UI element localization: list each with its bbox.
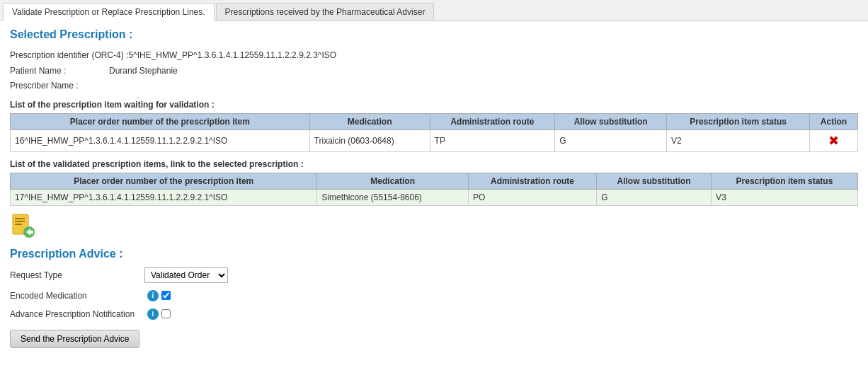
svg-rect-2 xyxy=(15,221,25,222)
encoded-medication-checkbox[interactable] xyxy=(161,291,171,300)
col-placer-validated: Placer order number of the prescription … xyxy=(11,173,317,189)
validated-list-title: List of the validated prescription items… xyxy=(10,159,858,169)
advice-section: Prescription Advice : Request Type Valid… xyxy=(10,248,858,348)
col-allow-sub-waiting: Allow substitution xyxy=(555,113,667,129)
encoded-medication-label: Encoded Medication xyxy=(10,291,144,301)
col-medication-waiting: Medication xyxy=(309,113,430,129)
allow-sub-cell: G xyxy=(597,189,712,205)
col-allow-sub-validated: Allow substitution xyxy=(597,173,712,189)
placer-cell: 17^IHE_HMW_PP^1.3.6.1.4.1.12559.11.1.2.2… xyxy=(11,189,317,205)
delete-action-icon[interactable]: ✖ xyxy=(828,134,839,148)
prescription-advice-title: Prescription Advice : xyxy=(10,248,858,260)
tabs-container: Validate Prescription or Replace Prescri… xyxy=(0,0,868,21)
advance-notification-checkbox[interactable] xyxy=(161,309,171,318)
identifier-label: Prescription identifier (ORC-4) : xyxy=(10,48,128,64)
col-status-validated: Prescription item status xyxy=(711,173,857,189)
table-row: 17^IHE_HMW_PP^1.3.6.1.4.1.12559.11.1.2.2… xyxy=(11,189,858,205)
waiting-list-table: Placer order number of the prescription … xyxy=(10,113,858,152)
col-placer-waiting: Placer order number of the prescription … xyxy=(11,113,310,129)
prescription-info: Prescription identifier (ORC-4) : 5^IHE_… xyxy=(10,48,858,94)
svg-rect-3 xyxy=(15,224,22,225)
encoded-medication-info-icon[interactable]: i xyxy=(147,290,159,301)
send-document-icon xyxy=(10,213,35,238)
col-action-waiting: Action xyxy=(810,113,858,129)
selected-prescription-title: Selected Prescription : xyxy=(10,28,858,41)
table-row: 16^IHE_HMW_PP^1.3.6.1.4.1.12559.11.1.2.2… xyxy=(11,129,858,151)
col-admin-route-waiting: Administration route xyxy=(430,113,555,129)
tab-prescriptions-received[interactable]: Prescriptions received by the Pharmaceut… xyxy=(216,3,435,21)
medication-cell: Trixaicin (0603-0648) xyxy=(309,129,430,151)
identifier-value: 5^IHE_HMW_PP^1.3.6.1.4.1.12559.11.1.2.2.… xyxy=(128,48,336,64)
request-type-row: Request Type Validated OrderPending Orde… xyxy=(10,267,858,283)
send-prescription-advice-button[interactable]: Send the Prescription Advice xyxy=(10,330,139,348)
admin-route-cell: PO xyxy=(468,189,596,205)
advance-notification-row: Advance Prescription Notification i xyxy=(10,309,858,320)
advance-notification-label: Advance Prescription Notification xyxy=(10,309,144,319)
status-cell: V3 xyxy=(711,189,857,205)
col-status-waiting: Prescription item status xyxy=(667,113,810,129)
status-cell: V2 xyxy=(667,129,810,151)
patient-label: Patient Name : xyxy=(10,64,109,79)
col-medication-validated: Medication xyxy=(317,173,469,189)
svg-rect-1 xyxy=(15,218,25,219)
validated-list-table: Placer order number of the prescription … xyxy=(10,173,858,206)
encoded-medication-row: Encoded Medication i xyxy=(10,290,858,301)
prescriber-label: Prescriber Name : xyxy=(10,79,109,94)
action-cell: ✖ xyxy=(810,129,858,151)
request-type-select[interactable]: Validated OrderPending OrderCancelled Or… xyxy=(144,267,228,283)
patient-value: Durand Stephanie xyxy=(109,64,178,79)
waiting-list-title: List of the prescription item waiting fo… xyxy=(10,100,858,110)
tab-validate[interactable]: Validate Prescription or Replace Prescri… xyxy=(3,3,215,21)
allow-sub-cell: G xyxy=(555,129,667,151)
col-admin-route-validated: Administration route xyxy=(468,173,596,189)
admin-route-cell: TP xyxy=(430,129,555,151)
medication-cell: Simethicone (55154-8606) xyxy=(317,189,469,205)
main-content: Selected Prescription : Prescription ide… xyxy=(0,21,868,355)
placer-cell: 16^IHE_HMW_PP^1.3.6.1.4.1.12559.11.1.2.2… xyxy=(11,129,310,151)
request-type-label: Request Type xyxy=(10,270,144,280)
advance-notification-info-icon[interactable]: i xyxy=(147,309,159,320)
send-icon-area xyxy=(10,213,858,241)
